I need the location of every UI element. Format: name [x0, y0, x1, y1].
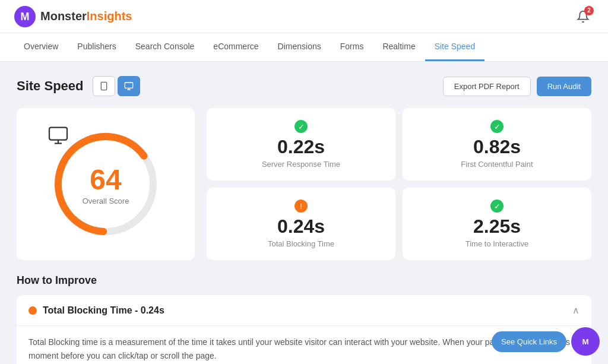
page-content: Site Speed Export PDF Rep — [0, 62, 608, 364]
main-layout: 64 Overall Score ✓ 0.22s Server Response… — [17, 108, 591, 260]
svg-rect-2 — [102, 82, 107, 90]
logo-icon: M — [14, 6, 36, 27]
nav-item-ecommerce[interactable]: eCommerce — [204, 33, 268, 61]
desktop-device-button[interactable] — [118, 76, 140, 96]
app-header: M MonsterInsights 2 — [0, 0, 608, 33]
improve-card: Total Blocking Time - 0.24s ∧ Total Bloc… — [17, 295, 591, 364]
device-toggles — [93, 76, 140, 96]
metric-status-3: ! — [294, 200, 308, 213]
svg-rect-4 — [125, 83, 133, 88]
improve-status-dot — [28, 306, 37, 315]
status-green-2: ✓ — [490, 120, 504, 133]
page-title-row: Site Speed — [17, 76, 140, 96]
svg-text:M: M — [21, 11, 30, 23]
notification-badge: 2 — [584, 6, 594, 15]
improve-section-title: How to Improve — [17, 274, 591, 287]
metrics-grid: ✓ 0.22s Server Response Time ✓ 0.82s Fir… — [207, 108, 591, 260]
chevron-up-icon: ∧ — [572, 305, 580, 316]
logo-text: MonsterInsights — [40, 10, 132, 23]
status-green-1: ✓ — [294, 120, 308, 133]
overall-score-card: 64 Overall Score — [17, 108, 195, 260]
metric-value-1: 0.22s — [277, 137, 325, 157]
run-audit-button[interactable]: Run Audit — [537, 77, 591, 96]
main-nav: Overview Publishers Search Console eComm… — [0, 33, 608, 62]
nav-item-site-speed[interactable]: Site Speed — [425, 33, 485, 61]
improve-header-left: Total Blocking Time - 0.24s — [28, 305, 164, 316]
metric-card-time-interactive: ✓ 2.25s Time to Interactive — [403, 188, 591, 260]
metric-value-2: 0.82s — [473, 137, 521, 157]
mobile-device-button[interactable] — [93, 76, 115, 96]
metric-card-total-blocking: ! 0.24s Total Blocking Time — [207, 188, 395, 260]
improve-header-title: Total Blocking Time - 0.24s — [43, 305, 164, 316]
metric-name-1: Server Response Time — [262, 160, 340, 169]
quick-links-button[interactable]: See Quick Links — [492, 331, 566, 352]
metric-name-3: Total Blocking Time — [268, 239, 334, 248]
metric-status-4: ✓ — [490, 200, 504, 213]
page-header: Site Speed Export PDF Rep — [17, 76, 591, 96]
improve-header[interactable]: Total Blocking Time - 0.24s ∧ — [17, 295, 591, 325]
nav-item-overview[interactable]: Overview — [14, 33, 68, 61]
metric-card-first-contentful: ✓ 0.82s First Contentful Paint — [403, 108, 591, 181]
metric-status-2: ✓ — [490, 120, 504, 133]
svg-rect-9 — [49, 128, 67, 140]
metric-value-3: 0.24s — [277, 216, 325, 237]
chat-avatar-icon: M — [577, 333, 594, 350]
notification-bell[interactable]: 2 — [572, 6, 594, 27]
nav-item-forms[interactable]: Forms — [331, 33, 373, 61]
logo: M MonsterInsights — [14, 6, 132, 27]
nav-item-realtime[interactable]: Realtime — [373, 33, 425, 61]
nav-item-publishers[interactable]: Publishers — [68, 33, 125, 61]
metric-card-server-response: ✓ 0.22s Server Response Time — [207, 108, 395, 181]
nav-item-dimensions[interactable]: Dimensions — [268, 33, 331, 61]
metric-name-2: First Contentful Paint — [461, 160, 533, 169]
export-pdf-button[interactable]: Export PDF Report — [443, 77, 531, 96]
status-green-4: ✓ — [490, 200, 504, 213]
score-circle: 64 Overall Score — [46, 125, 165, 243]
metric-name-4: Time to Interactive — [466, 239, 528, 248]
metric-value-4: 2.25s — [473, 216, 521, 237]
page-title: Site Speed — [17, 78, 83, 94]
status-orange-3: ! — [294, 200, 308, 213]
chat-avatar[interactable]: M — [571, 327, 600, 356]
nav-item-search-console[interactable]: Search Console — [126, 33, 204, 61]
svg-text:M: M — [582, 337, 588, 346]
metric-status-1: ✓ — [294, 120, 308, 133]
header-actions: Export PDF Report Run Audit — [443, 77, 591, 96]
